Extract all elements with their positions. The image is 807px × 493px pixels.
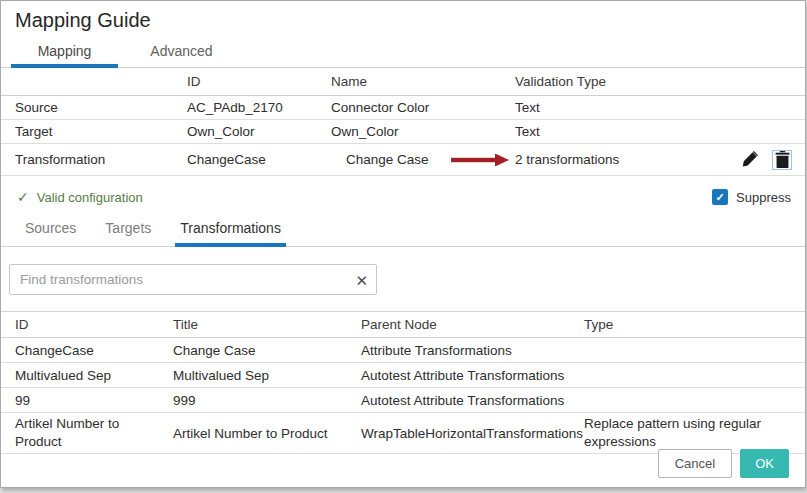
transformations-table: ID Title Parent Node Type ChangeCase Cha… [1, 311, 805, 454]
column-header-id: ID [187, 74, 331, 89]
tab-mapping[interactable]: Mapping [11, 36, 118, 67]
cell-id: Artikel Number to Product [15, 415, 173, 451]
page-title: Mapping Guide [1, 1, 805, 36]
table-row[interactable]: 99 999 Autotest Attribute Transformation… [1, 388, 805, 413]
valid-configuration-label: Valid configuration [37, 190, 143, 205]
tab-sources[interactable]: Sources [20, 211, 81, 246]
check-icon: ✓ [17, 189, 29, 205]
search-field-wrapper: ✕ [9, 264, 377, 295]
table-row-transformation: Transformation ChangeCase Change Case 2 … [1, 144, 805, 176]
target-name: Own_Color [331, 124, 515, 139]
cell-id: ChangeCase [15, 343, 173, 358]
table-row[interactable]: ChangeCase Change Case Attribute Transfo… [1, 338, 805, 363]
suppress-label: Suppress [736, 190, 791, 205]
column-header-id: ID [15, 317, 173, 332]
transformations-table-header: ID Title Parent Node Type [1, 312, 805, 338]
cell-title: Change Case [173, 343, 361, 358]
table-row[interactable]: Multivalued Sep Multivalued Sep Autotest… [1, 363, 805, 388]
status-row: ✓ Valid configuration ✓ Suppress [1, 176, 805, 207]
column-header-title: Title [173, 317, 361, 332]
tab-transformations[interactable]: Transformations [175, 211, 286, 246]
mapping-guide-dialog: Mapping Guide Mapping Advanced ID Name V… [0, 0, 806, 488]
tab-advanced[interactable]: Advanced [128, 36, 235, 67]
table-row-source: Source AC_PAdb_2170 Connector Color Text [1, 96, 805, 120]
source-name: Connector Color [331, 100, 515, 115]
suppress-checkbox[interactable]: ✓ Suppress [712, 189, 791, 205]
delete-icon[interactable] [773, 151, 791, 169]
source-validation-type: Text [515, 100, 721, 115]
cell-id: Multivalued Sep [15, 368, 173, 383]
sub-tab-bar: Sources Targets Transformations [1, 211, 805, 247]
checkbox-checked-icon[interactable]: ✓ [712, 189, 728, 205]
target-id: Own_Color [187, 124, 331, 139]
edit-icon[interactable] [740, 151, 758, 169]
clear-icon[interactable]: ✕ [355, 272, 368, 287]
column-header-type: Type [584, 317, 795, 332]
cell-title: Multivalued Sep [173, 368, 361, 383]
status-badge: ✓ Valid configuration [17, 189, 143, 205]
mapping-table-header: ID Name Validation Type [1, 68, 805, 96]
target-validation-type: Text [515, 124, 721, 139]
cell-type: Replace pattern using regular expression… [584, 415, 795, 451]
cancel-button[interactable]: Cancel [658, 449, 732, 478]
cell-id: 99 [15, 393, 173, 408]
column-header-name: Name [331, 74, 515, 89]
cell-title: 999 [173, 393, 361, 408]
source-id: AC_PAdb_2170 [187, 100, 331, 115]
search-input[interactable] [9, 264, 377, 295]
row-label: Target [15, 124, 187, 139]
cell-parent-node: Autotest Attribute Transformations [361, 368, 584, 383]
table-row-target: Target Own_Color Own_Color Text [1, 120, 805, 144]
transformation-id: ChangeCase [187, 152, 331, 167]
main-tab-bar: Mapping Advanced [1, 36, 805, 68]
tab-targets[interactable]: Targets [100, 211, 156, 246]
column-header-parent-node: Parent Node [361, 317, 584, 332]
cell-title: Artikel Number to Product [173, 426, 361, 441]
column-header-validation-type: Validation Type [515, 74, 721, 89]
cell-parent-node: WrapTableHorizontalTransformations [361, 426, 584, 441]
footer-buttons: Cancel OK [658, 449, 789, 478]
cell-parent-node: Autotest Attribute Transformations [361, 393, 584, 408]
row-label: Transformation [15, 152, 187, 167]
row-label: Source [15, 100, 187, 115]
arrow-annotation-icon [451, 153, 509, 166]
transformation-count: 2 transformations [515, 152, 721, 167]
ok-button[interactable]: OK [740, 449, 789, 478]
cell-parent-node: Attribute Transformations [361, 343, 584, 358]
